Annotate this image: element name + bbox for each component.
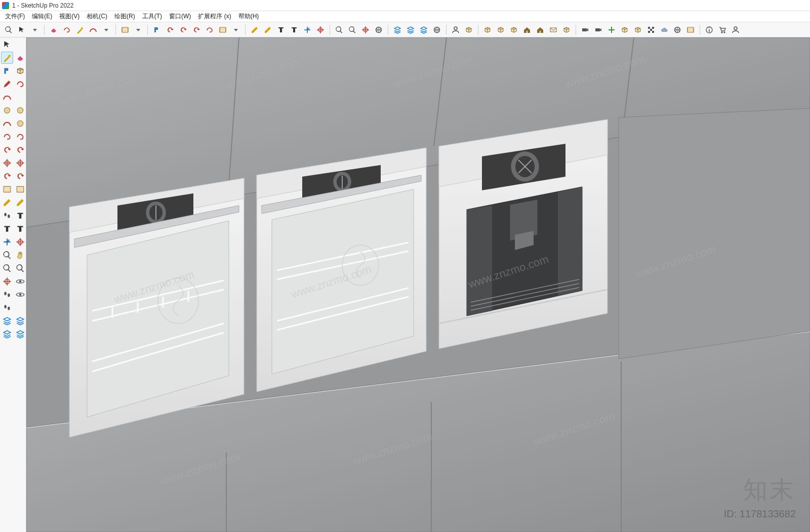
rotate-curve-icon[interactable] xyxy=(204,24,215,35)
rotate-arrow-icon[interactable] xyxy=(165,24,176,35)
eraser-icon[interactable] xyxy=(48,24,59,35)
dropdown-icon[interactable] xyxy=(230,24,241,35)
eye-icon[interactable] xyxy=(14,275,26,288)
search-icon[interactable] xyxy=(3,24,14,35)
measure-icon[interactable] xyxy=(1,289,13,301)
cube-icon[interactable] xyxy=(632,24,643,35)
crosshair-tool-icon[interactable] xyxy=(1,275,13,288)
layers-b-icon[interactable] xyxy=(14,315,26,327)
viewport-3d[interactable]: www.znzmo.com www.znzmo.com www.znzmo.co… xyxy=(26,37,810,532)
magnify-b-icon[interactable] xyxy=(14,262,26,274)
paint-icon[interactable] xyxy=(151,24,163,35)
gear-icon[interactable] xyxy=(373,24,384,35)
ruler-b-icon[interactable] xyxy=(14,196,26,209)
circle-tan-icon[interactable] xyxy=(1,104,13,116)
cube-tool-icon[interactable] xyxy=(14,65,26,77)
book-icon[interactable] xyxy=(495,24,506,35)
lasso-icon[interactable] xyxy=(61,24,72,35)
refresh-a-icon[interactable] xyxy=(1,170,13,182)
curve-icon[interactable] xyxy=(14,78,26,90)
eye-b-icon[interactable] xyxy=(14,289,26,301)
layers-a-icon[interactable] xyxy=(392,24,403,35)
cut-plane-tool-icon[interactable] xyxy=(14,236,26,248)
home-outline-icon[interactable] xyxy=(535,24,546,35)
text-box-icon[interactable] xyxy=(289,24,300,35)
wand-icon[interactable] xyxy=(74,24,86,35)
briefcase-icon[interactable] xyxy=(508,24,519,35)
dropdown-icon[interactable] xyxy=(133,24,144,35)
menu-tools[interactable]: 工具(T) xyxy=(139,11,165,22)
text-label-icon[interactable] xyxy=(14,210,26,222)
gift-icon[interactable] xyxy=(561,24,572,35)
arc-red-icon[interactable] xyxy=(1,91,13,103)
layers-b-icon[interactable] xyxy=(405,24,416,35)
menu-file[interactable]: 文件(F) xyxy=(2,11,28,22)
info-icon[interactable] xyxy=(704,24,715,35)
dropdown-icon[interactable] xyxy=(101,24,112,35)
sheet-icon[interactable] xyxy=(1,183,13,195)
layers-a-icon[interactable] xyxy=(1,315,13,327)
cloud-icon[interactable] xyxy=(659,24,670,35)
sun-icon[interactable] xyxy=(672,24,683,35)
target-icon[interactable] xyxy=(360,24,371,35)
zoom-icon[interactable] xyxy=(347,24,358,35)
axes-icon[interactable] xyxy=(302,24,313,35)
sheet-icon[interactable] xyxy=(217,24,228,35)
menu-edit[interactable]: 编辑(E) xyxy=(29,11,55,22)
add-icon[interactable] xyxy=(606,24,617,35)
circle-arrows-icon[interactable] xyxy=(191,24,202,35)
pentagon-icon[interactable] xyxy=(14,117,26,130)
rect-icon[interactable] xyxy=(119,24,131,35)
envelope-icon[interactable] xyxy=(548,24,559,35)
menu-window[interactable]: 窗口(W) xyxy=(166,11,194,22)
stamp-icon[interactable] xyxy=(1,65,13,77)
menu-ext[interactable]: 扩展程序 (x) xyxy=(195,11,234,22)
a-box-icon[interactable] xyxy=(1,223,13,235)
file-icon[interactable] xyxy=(619,24,630,35)
ruler-icon[interactable] xyxy=(249,24,260,35)
menu-camera[interactable]: 相机(C) xyxy=(84,11,110,22)
ruler-a-icon[interactable] xyxy=(1,196,13,209)
video-icon[interactable] xyxy=(593,24,604,35)
layers-c-icon[interactable] xyxy=(1,328,13,340)
globe-icon[interactable] xyxy=(431,24,442,35)
hand-pan-icon[interactable] xyxy=(14,249,26,261)
paste-icon[interactable] xyxy=(14,183,26,195)
camera-icon[interactable] xyxy=(580,24,591,35)
box-b-icon[interactable] xyxy=(482,24,493,35)
eraser-icon[interactable] xyxy=(14,52,26,64)
menu-help[interactable]: 帮助(H) xyxy=(235,11,262,22)
poly-tan-icon[interactable] xyxy=(14,104,26,116)
text-label-icon[interactable] xyxy=(275,24,287,35)
axes-tool-icon[interactable] xyxy=(1,236,13,248)
dropdown-icon[interactable] xyxy=(29,24,40,35)
box-a-icon[interactable] xyxy=(463,24,474,35)
zoom-wand-icon[interactable] xyxy=(1,249,13,261)
arc-icon[interactable] xyxy=(88,24,99,35)
pin-a-icon[interactable] xyxy=(1,210,13,222)
layers-c-icon[interactable] xyxy=(418,24,429,35)
avatar-icon[interactable] xyxy=(730,24,741,35)
cart-icon[interactable] xyxy=(717,24,728,35)
magnify-icon[interactable] xyxy=(1,262,13,274)
select-arrow-icon[interactable] xyxy=(1,38,13,51)
pencil-line-icon[interactable] xyxy=(1,78,13,90)
rotate-b-icon[interactable] xyxy=(14,144,26,156)
menu-view[interactable]: 视图(V) xyxy=(56,11,83,22)
home-icon[interactable] xyxy=(521,24,533,35)
crosshairs-icon[interactable] xyxy=(1,157,13,169)
rotate-a-icon[interactable] xyxy=(1,144,13,156)
person-outline-icon[interactable] xyxy=(450,24,461,35)
s-curve-b-icon[interactable] xyxy=(14,131,26,143)
window-icon[interactable] xyxy=(685,24,696,35)
half-circle-icon[interactable] xyxy=(1,117,13,130)
a-box-outline-icon[interactable] xyxy=(14,223,26,235)
checkers-icon[interactable] xyxy=(645,24,657,35)
select-icon[interactable] xyxy=(16,24,27,35)
s-curve-icon[interactable] xyxy=(1,131,13,143)
sync-icon[interactable] xyxy=(178,24,189,35)
wand-tool-icon[interactable] xyxy=(1,52,13,64)
target-red-icon[interactable] xyxy=(14,157,26,169)
layers-d-icon[interactable] xyxy=(14,328,26,340)
ruler-square-icon[interactable] xyxy=(262,24,273,35)
